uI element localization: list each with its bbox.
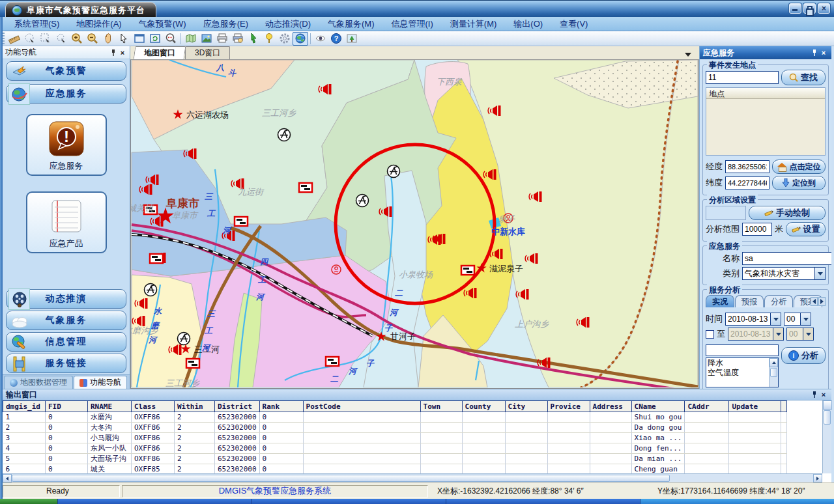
zoom-scale-icon[interactable] <box>163 32 179 46</box>
date-select[interactable]: 2010-08-13 <box>725 313 781 326</box>
tree-view-icon[interactable] <box>344 32 360 46</box>
tab-3d-window[interactable]: 3D窗口 <box>185 46 230 59</box>
tab-analysis[interactable]: 分析 <box>764 295 793 307</box>
menu-output[interactable]: 输出(O) <box>506 17 551 31</box>
close-button[interactable]: × <box>818 3 830 14</box>
dropdown-arrow-icon[interactable] <box>814 268 825 279</box>
latitude-input[interactable] <box>725 176 769 189</box>
location-search-input[interactable] <box>706 71 779 84</box>
scroll-right-icon[interactable] <box>813 474 822 483</box>
element-list[interactable]: 降水 空气温度 <box>706 357 779 387</box>
scroll-up-icon[interactable] <box>769 358 778 367</box>
tab-scroll-right-icon[interactable] <box>818 297 826 306</box>
menu-map-ops[interactable]: 地图操作(A) <box>68 17 129 31</box>
column-header[interactable]: PostCode <box>303 401 420 412</box>
settings-gear-icon[interactable] <box>277 32 293 46</box>
pointer-icon[interactable] <box>116 32 132 46</box>
taskbar-item[interactable] <box>446 499 640 504</box>
list-item[interactable]: 降水 <box>706 358 778 368</box>
measure-icon[interactable] <box>7 32 22 46</box>
close-panel-icon[interactable]: × <box>118 48 127 57</box>
taskbar-start-fragment[interactable] <box>0 499 57 504</box>
longitude-input[interactable] <box>725 160 769 173</box>
run-analysis-button[interactable]: i 分析 <box>781 347 826 364</box>
emergency-service-button[interactable]: ! 应急服务 <box>26 114 107 176</box>
element-list-scrollbar[interactable] <box>769 358 778 387</box>
tab-map-window[interactable]: 地图窗口 <box>134 46 186 59</box>
table-row[interactable]: 30小马厩沟OXFF8626523020000Xiao ma ... <box>3 433 787 443</box>
taskbar-item[interactable] <box>640 499 834 504</box>
column-header[interactable]: District <box>215 401 260 412</box>
print-preview-icon[interactable] <box>230 32 246 46</box>
eye-icon[interactable] <box>313 32 328 46</box>
table-row[interactable]: 20大冬沟OXFF8626523020000Da dong gou <box>3 423 787 433</box>
column-header[interactable]: Within <box>175 401 215 412</box>
refresh-icon[interactable] <box>147 32 163 46</box>
column-header[interactable]: City <box>505 401 547 412</box>
column-header[interactable]: CName <box>631 401 685 412</box>
minimize-button[interactable] <box>789 3 801 14</box>
menu-weather-warning[interactable]: 气象预警(W) <box>131 17 194 31</box>
output-table-container[interactable]: dmgis_id FID RNAME Class Within District… <box>3 400 822 473</box>
output-vertical-scrollbar[interactable] <box>822 400 831 473</box>
tab-list-dropdown-icon[interactable] <box>685 53 691 57</box>
click-locate-button[interactable]: 点击定位 <box>772 160 826 174</box>
locate-to-button[interactable]: 定位到 <box>772 176 826 190</box>
column-header[interactable]: Class <box>132 401 175 412</box>
nav-group-info-management[interactable]: 信息管理 <box>6 332 126 352</box>
pan-icon[interactable] <box>100 32 116 46</box>
tab-forecast[interactable]: 预报 <box>735 295 764 307</box>
service-type-select[interactable]: 气象和洪水灾害 <box>742 267 826 280</box>
column-header[interactable]: Rank <box>259 401 303 412</box>
menu-measure[interactable]: 测量计算(M) <box>442 17 505 31</box>
element-filter-box[interactable] <box>706 344 779 356</box>
column-header[interactable]: FID <box>46 401 88 412</box>
layers-icon[interactable] <box>183 32 199 46</box>
column-header[interactable]: Town <box>420 401 462 412</box>
menu-system[interactable]: 系统管理(S) <box>7 17 67 31</box>
nav-group-weather-service[interactable]: 气象服务 <box>6 311 126 330</box>
table-row[interactable]: 50大面场子沟OXFF8626523020000Da mian ... <box>3 454 787 464</box>
column-header[interactable]: Address <box>590 401 631 412</box>
table-row[interactable]: 40东风一小队OXFF8626523020000Dong fen... <box>3 443 787 454</box>
menu-info[interactable]: 信息管理(I) <box>384 17 441 31</box>
close-panel-icon[interactable]: × <box>819 390 828 399</box>
to-checkbox[interactable] <box>706 330 714 339</box>
table-row[interactable]: 10水磨沟OXFF8626523020000Shui mo gou <box>3 412 787 423</box>
location-list[interactable]: 地点 <box>706 87 826 156</box>
menu-weather-service[interactable]: 气象服务(M) <box>320 17 382 31</box>
pin-icon[interactable] <box>810 48 819 57</box>
column-header[interactable]: dmgis_id <box>3 401 46 412</box>
manual-draw-button[interactable]: 手动绘制 <box>749 206 826 220</box>
scroll-left-icon[interactable] <box>3 474 12 483</box>
dropdown-arrow-icon[interactable] <box>800 313 811 325</box>
zoom-in-icon[interactable] <box>69 32 85 46</box>
scroll-up-icon[interactable] <box>823 400 832 410</box>
list-item[interactable]: 空气温度 <box>706 368 778 378</box>
tab-function-nav[interactable]: 功能导航 <box>74 376 127 389</box>
nav-group-emergency-service[interactable]: 应急服务 <box>6 84 126 104</box>
tab-live[interactable]: 实况 <box>706 295 734 307</box>
taskbar-item[interactable] <box>57 499 252 504</box>
nav-group-service-links[interactable]: 服务链接 <box>6 354 126 373</box>
hour-select[interactable]: 00 <box>784 313 811 326</box>
location-list-body[interactable] <box>706 99 825 155</box>
analysis-range-input[interactable] <box>742 223 772 236</box>
pin-icon[interactable] <box>109 48 118 57</box>
help-icon[interactable]: ? <box>328 32 344 46</box>
set-range-button[interactable]: 设置 <box>786 222 826 236</box>
select-rect-icon[interactable] <box>38 32 53 46</box>
print-icon[interactable] <box>214 32 230 46</box>
column-header[interactable]: RNAME <box>88 401 132 412</box>
export-map-icon[interactable] <box>199 32 214 46</box>
tab-scroll-left-icon[interactable] <box>811 297 818 306</box>
map-canvas[interactable]: 六运湖农场 三工河乡 下西泉 九运街 阜康市 阜康市 城关镇 小泉牧场 滋泥泉子… <box>130 60 699 389</box>
restore-button[interactable] <box>803 3 816 14</box>
close-panel-icon[interactable]: × <box>819 48 828 57</box>
green-pointer-icon[interactable] <box>246 32 261 46</box>
select-circle-icon[interactable] <box>22 32 38 46</box>
zoom-out-icon[interactable] <box>85 32 100 46</box>
output-horizontal-scrollbar[interactable] <box>3 473 822 483</box>
column-header[interactable]: Update <box>729 401 781 412</box>
dropdown-arrow-icon[interactable] <box>770 313 781 325</box>
